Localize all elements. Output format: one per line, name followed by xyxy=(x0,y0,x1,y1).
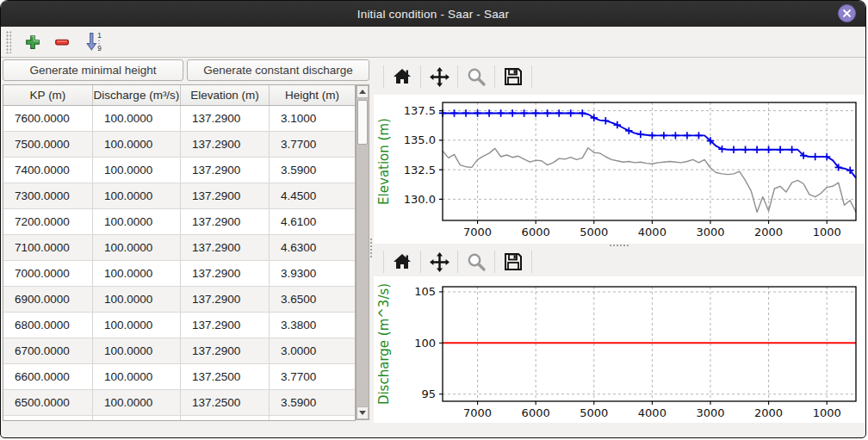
elevation-plot-canvas[interactable]: 7000600050004000300020001000137.5135.013… xyxy=(374,95,866,244)
delete-row-button[interactable] xyxy=(49,29,75,55)
table-cell[interactable]: 7000.0000 xyxy=(3,261,93,286)
column-header-discharge[interactable]: Discharge (m³/s) xyxy=(93,85,181,105)
table-cell[interactable]: 100.0000 xyxy=(93,158,181,183)
table-cell[interactable]: 137.2900 xyxy=(181,132,270,157)
pan-icon xyxy=(429,66,450,88)
table-cell[interactable]: 137.2900 xyxy=(181,158,270,183)
table-cell xyxy=(3,416,93,420)
table-cell[interactable]: 6500.0000 xyxy=(3,390,93,415)
plot1-home-button[interactable] xyxy=(388,63,416,90)
table-cell[interactable]: 3.5900 xyxy=(270,390,355,415)
svg-text:100: 100 xyxy=(414,337,436,350)
table-cell[interactable]: 100.0000 xyxy=(93,364,181,389)
svg-text:3000: 3000 xyxy=(696,406,724,419)
close-button[interactable] xyxy=(838,4,856,22)
table-row[interactable]: 7100.0000100.0000137.29004.6300 xyxy=(3,235,355,261)
plot2-home-button[interactable] xyxy=(388,248,416,276)
table-cell[interactable]: 3.5900 xyxy=(270,158,355,183)
table-cell[interactable]: 137.2900 xyxy=(181,261,270,286)
column-header-height[interactable]: Height (m) xyxy=(270,85,355,105)
table-row[interactable]: 6700.0000100.0000137.29003.0000 xyxy=(3,338,355,364)
discharge-plot-canvas[interactable]: 700060005000400030002000100010510095Disc… xyxy=(374,276,866,423)
plot1-pan-button[interactable] xyxy=(425,63,453,90)
table-cell[interactable]: 3.0000 xyxy=(270,338,355,363)
table-scrollbar[interactable] xyxy=(356,84,369,420)
plot2-zoom-button[interactable] xyxy=(462,248,490,276)
table-cell[interactable]: 100.0000 xyxy=(93,183,181,208)
table-row[interactable]: 6900.0000100.0000137.29003.6500 xyxy=(3,287,355,313)
table-cell[interactable]: 137.2900 xyxy=(181,313,270,338)
table-row[interactable]: 6500.0000100.0000137.25003.5900 xyxy=(3,390,355,416)
table-cell[interactable]: 3.7700 xyxy=(270,132,355,157)
table-row[interactable]: 6600.0000100.0000137.25003.7700 xyxy=(3,364,355,390)
table-cell[interactable]: 100.0000 xyxy=(93,313,181,338)
table-cell[interactable]: 100.0000 xyxy=(93,338,181,363)
scroll-down-button[interactable] xyxy=(356,406,369,419)
table-cell[interactable]: 137.2500 xyxy=(181,390,270,415)
table-row[interactable]: 7400.0000100.0000137.29003.5900 xyxy=(3,158,355,183)
table-cell[interactable]: 4.6100 xyxy=(270,209,355,234)
column-header-elevation[interactable]: Elevation (m) xyxy=(181,85,270,105)
toolbar-separator xyxy=(383,251,384,273)
table-cell[interactable]: 100.0000 xyxy=(93,132,181,157)
table-row[interactable]: 7000.0000100.0000137.29003.9300 xyxy=(3,261,355,287)
plot1-zoom-button[interactable] xyxy=(462,63,490,90)
table-cell[interactable]: 137.2500 xyxy=(181,364,270,389)
table-cell[interactable]: 100.0000 xyxy=(93,390,181,415)
table-cell[interactable]: 4.6300 xyxy=(270,235,355,260)
add-row-button[interactable] xyxy=(20,29,46,55)
table-cell[interactable]: 137.2900 xyxy=(181,209,270,234)
table-cell[interactable]: 7300.0000 xyxy=(3,183,93,208)
plot2-pan-button[interactable] xyxy=(425,248,453,276)
toolbar-grip[interactable] xyxy=(6,31,11,53)
scrollbar-thumb[interactable] xyxy=(357,100,368,145)
plot2-save-button[interactable] xyxy=(499,248,527,276)
sort-button[interactable]: 1 9 xyxy=(78,29,109,55)
table-cell[interactable]: 3.3800 xyxy=(270,313,355,338)
table-row[interactable]: 7300.0000100.0000137.29004.4500 xyxy=(3,183,355,209)
table-cell[interactable]: 100.0000 xyxy=(93,235,181,260)
table-cell[interactable]: 7500.0000 xyxy=(3,132,93,157)
table-row[interactable]: 7200.0000100.0000137.29004.6100 xyxy=(3,209,355,235)
table-cell[interactable]: 3.1000 xyxy=(270,106,355,131)
plot1-save-button[interactable] xyxy=(499,63,527,90)
svg-text:6000: 6000 xyxy=(522,226,550,239)
table-cell[interactable]: 137.2900 xyxy=(181,183,270,208)
table-cell[interactable]: 7400.0000 xyxy=(3,158,93,183)
table-cell[interactable]: 6700.0000 xyxy=(3,338,93,363)
table-cell[interactable]: 137.2900 xyxy=(181,287,270,312)
table-cell[interactable]: 6900.0000 xyxy=(3,287,93,312)
window-titlebar[interactable]: Initial condition - Saar - Saar xyxy=(1,1,865,27)
table-cell[interactable]: 100.0000 xyxy=(93,261,181,286)
generate-minimal-height-button[interactable]: Generate minimal height xyxy=(3,59,183,81)
table-cell[interactable]: 3.9300 xyxy=(270,261,355,286)
table-cell[interactable]: 3.6500 xyxy=(270,287,355,312)
arrow-down-icon xyxy=(359,411,366,415)
table-cell[interactable]: 6600.0000 xyxy=(3,364,93,389)
app-window: Initial condition - Saar - Saar 1 xyxy=(0,0,866,438)
table-cell[interactable]: 137.2900 xyxy=(181,106,270,131)
svg-text:1000: 1000 xyxy=(813,406,841,419)
table-cell[interactable]: 6800.0000 xyxy=(3,313,93,338)
table-cell[interactable]: 3.7700 xyxy=(270,364,355,389)
pan-icon xyxy=(429,251,450,273)
table-cell[interactable]: 100.0000 xyxy=(93,209,181,234)
table-cell[interactable]: 7200.0000 xyxy=(3,209,93,234)
table-cell[interactable]: 4.4500 xyxy=(270,183,355,208)
table-row[interactable]: 7500.0000100.0000137.29003.7700 xyxy=(3,132,355,158)
svg-text:5000: 5000 xyxy=(580,406,608,419)
table-cell[interactable]: 137.2900 xyxy=(181,338,270,363)
svg-text:2000: 2000 xyxy=(754,406,783,419)
table-cell[interactable]: 137.2900 xyxy=(181,235,270,260)
table-row[interactable]: 7600.0000100.0000137.29003.1000 xyxy=(3,106,355,132)
table-cell[interactable]: 100.0000 xyxy=(93,106,181,131)
add-icon xyxy=(25,34,40,50)
table-cell[interactable]: 7600.0000 xyxy=(3,106,93,131)
table-cell[interactable]: 7100.0000 xyxy=(3,235,93,260)
svg-text:132.5: 132.5 xyxy=(404,164,436,177)
table-cell[interactable]: 100.0000 xyxy=(93,287,181,312)
generate-constant-discharge-button[interactable]: Generate constant discharge xyxy=(187,59,369,81)
table-row[interactable]: 6800.0000100.0000137.29003.3800 xyxy=(3,313,355,338)
scroll-up-button[interactable] xyxy=(356,85,369,98)
column-header-kp[interactable]: KP (m) xyxy=(3,85,93,105)
